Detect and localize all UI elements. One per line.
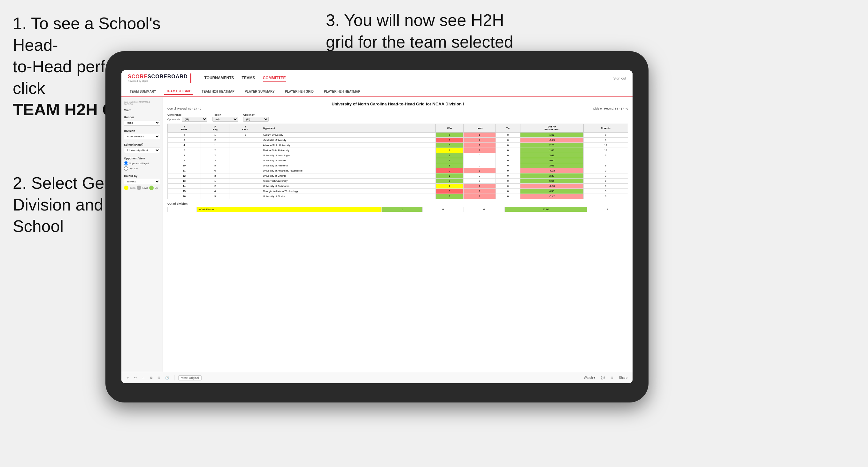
ann2-line2: Division and bbox=[13, 195, 103, 214]
cell-opponent: University of Virginia bbox=[261, 174, 435, 179]
ood-blank bbox=[168, 207, 197, 212]
nav-teams[interactable]: TEAMS bbox=[242, 74, 255, 82]
sidebar: Last Updated: 27/03/2024 16:55:38 Team G… bbox=[121, 97, 163, 372]
watch-btn[interactable]: Watch ▾ bbox=[583, 375, 597, 380]
sub-nav-player-h2h-grid[interactable]: PLAYER H2H GRID bbox=[283, 89, 316, 95]
redo-btn[interactable]: ↪ bbox=[133, 375, 138, 380]
cell-loss: 4 bbox=[463, 138, 496, 143]
table-row: 6 2 Florida State University 1 2 0 1.83 … bbox=[168, 148, 628, 153]
paste-btn[interactable]: ⊞ bbox=[156, 375, 161, 380]
comment-btn[interactable]: 💬 bbox=[600, 375, 606, 380]
copy-btn[interactable]: ⧉ bbox=[149, 375, 154, 380]
cell-loss: 0 bbox=[463, 163, 496, 168]
out-of-division-section: Out of division NCAA Division II 1 0 0 2… bbox=[167, 202, 628, 212]
ood-tie: 0 bbox=[464, 207, 504, 212]
radio-top100[interactable]: Top 100 bbox=[124, 166, 160, 170]
cell-rank: 8 bbox=[168, 153, 201, 158]
cell-loss: 1 bbox=[463, 132, 496, 138]
sub-nav-player-h2h-heatmap[interactable]: PLAYER H2H HEATMAP bbox=[322, 89, 362, 95]
cell-conf bbox=[229, 179, 261, 184]
cell-rank: 11 bbox=[168, 168, 201, 174]
cell-loss: 2 bbox=[463, 148, 496, 153]
col-loss: Loss bbox=[463, 124, 496, 132]
timestamp-time: 16:55:38 bbox=[124, 103, 160, 105]
table-row: 9 3 University of Arizona 1 0 0 9.00 2 bbox=[168, 158, 628, 163]
view-original-btn[interactable]: View: Original bbox=[178, 375, 202, 380]
sidebar-school-section: School (Rank) 1. University of Nort... bbox=[124, 143, 160, 153]
cell-win: 3 bbox=[435, 194, 463, 199]
cell-rank: 2 bbox=[168, 132, 201, 138]
ood-name: NCAA Division II bbox=[197, 207, 382, 212]
toolbar-right: Watch ▾ 💬 ⊞ Share bbox=[583, 375, 629, 380]
sub-nav-team-summary[interactable]: TEAM SUMMARY bbox=[128, 89, 158, 95]
nav-tournaments[interactable]: TOURNAMENTS bbox=[204, 74, 234, 82]
cell-conf bbox=[229, 138, 261, 143]
cell-win: 1 bbox=[435, 174, 463, 179]
cell-tie: 0 bbox=[496, 158, 520, 163]
cell-rounds: 8 bbox=[583, 163, 628, 168]
sidebar-opponent-view-section: Opponent View Opponents Played Top 100 bbox=[124, 157, 160, 170]
conference-select[interactable]: (All) bbox=[182, 117, 207, 122]
cell-opponent: Auburn University bbox=[261, 132, 435, 138]
cell-win: 5 bbox=[435, 143, 463, 148]
toolbar-divider bbox=[174, 375, 175, 380]
cell-rank: 3 bbox=[168, 138, 201, 143]
table-body: 2 1 1 Auburn University 2 1 0 1.67 9 3 2… bbox=[168, 132, 628, 199]
col-win: Win bbox=[435, 124, 463, 132]
cell-rounds: 12 bbox=[583, 148, 628, 153]
sub-nav-team-h2h-heatmap[interactable]: TEAM H2H HEATMAP bbox=[200, 89, 237, 95]
radio-opponents-played[interactable]: Opponents Played bbox=[124, 161, 160, 165]
table-row: 4 1 Arizona State University 5 1 0 2.29 … bbox=[168, 143, 628, 148]
clock-btn[interactable]: 🕐 bbox=[164, 375, 170, 380]
cell-loss: 0 bbox=[463, 174, 496, 179]
colour-select[interactable]: Win/loss bbox=[124, 179, 160, 184]
cell-win: 1 bbox=[435, 148, 463, 153]
nav-committee[interactable]: COMMITTEE bbox=[263, 74, 286, 82]
table-row: 11 6 University of Arkansas, Fayettevill… bbox=[168, 168, 628, 174]
division-label: Division bbox=[124, 129, 160, 132]
share-btn[interactable]: Share bbox=[618, 375, 629, 380]
opponent-view-radios: Opponents Played Top 100 bbox=[124, 161, 160, 170]
division-select[interactable]: NCAA Division I bbox=[124, 134, 160, 139]
cell-conf bbox=[229, 184, 261, 189]
cell-rank: 15 bbox=[168, 189, 201, 194]
cell-diff: -4.33 bbox=[520, 168, 583, 174]
cell-opponent: University of Arizona bbox=[261, 158, 435, 163]
cell-tie: 0 bbox=[496, 179, 520, 184]
cell-opponent: University of Arkansas, Fayetteville bbox=[261, 168, 435, 174]
cell-win: 0 bbox=[435, 168, 463, 174]
cell-reg: 4 bbox=[201, 189, 229, 194]
sub-nav: TEAM SUMMARY TEAM H2H GRID TEAM H2H HEAT… bbox=[121, 86, 632, 97]
colour-level-label: Level bbox=[143, 187, 148, 189]
opponent-select[interactable]: (All) bbox=[243, 117, 269, 122]
undo-btn[interactable]: ↩ bbox=[125, 375, 130, 380]
sub-nav-team-h2h-grid[interactable]: TEAM H2H GRID bbox=[164, 88, 193, 95]
table-row: 10 5 University of Alabama 3 0 0 2.61 8 bbox=[168, 163, 628, 168]
cell-rank: 9 bbox=[168, 158, 201, 163]
cell-reg: 1 bbox=[201, 143, 229, 148]
ood-rounds: 3 bbox=[587, 207, 628, 212]
overall-record: Overall Record: 89 - 17 - 0 bbox=[167, 107, 201, 110]
cell-loss: 1 bbox=[463, 168, 496, 174]
table-row: 15 4 Georgia Institute of Technology 0 1… bbox=[168, 189, 628, 194]
cell-rank: 13 bbox=[168, 179, 201, 184]
cell-tie: 0 bbox=[496, 143, 520, 148]
cell-diff: -2.29 bbox=[520, 138, 583, 143]
cell-win: 1 bbox=[435, 158, 463, 163]
colour-label: Colour by bbox=[124, 175, 160, 178]
cell-rounds: 3 bbox=[583, 174, 628, 179]
grid-btn[interactable]: ⊞ bbox=[609, 375, 614, 380]
cell-tie: 0 bbox=[496, 148, 520, 153]
gender-select[interactable]: Men's bbox=[124, 120, 160, 126]
cell-loss: 2 bbox=[463, 184, 496, 189]
sub-nav-player-summary[interactable]: PLAYER SUMMARY bbox=[243, 89, 277, 95]
opponent-label: Opponent bbox=[243, 114, 269, 116]
data-panel: University of North Carolina Head-to-Hea… bbox=[163, 97, 632, 372]
school-select[interactable]: 1. University of Nort... bbox=[124, 148, 160, 153]
back-btn[interactable]: ← bbox=[141, 375, 146, 380]
cell-rank: 14 bbox=[168, 184, 201, 189]
region-select[interactable]: (All) bbox=[212, 117, 238, 122]
sign-out[interactable]: Sign out bbox=[613, 76, 626, 80]
cell-diff: -1.00 bbox=[520, 184, 583, 189]
main-content: Last Updated: 27/03/2024 16:55:38 Team G… bbox=[121, 97, 632, 372]
